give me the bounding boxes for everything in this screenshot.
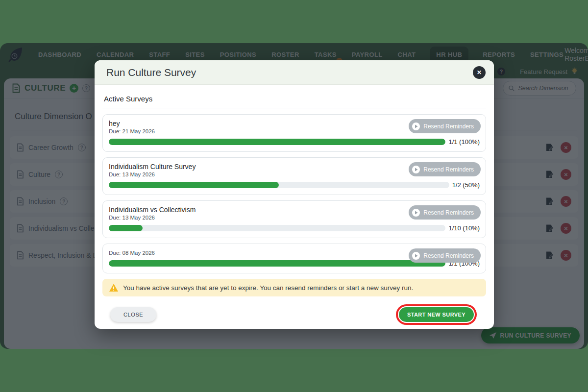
start-new-survey-button[interactable]: START NEW SURVEY [399, 307, 474, 322]
modal-body: Active Surveys hey Due: 21 May 2026 Rese… [95, 85, 494, 322]
resend-reminders-button[interactable]: Resend Reminders [409, 248, 481, 263]
progress-fill [109, 139, 445, 145]
survey-card: Due: 08 May 2026 Resend Reminders 1/1 (1… [102, 244, 486, 273]
resend-reminders-label: Resend Reminders [423, 166, 474, 173]
resend-reminders-button[interactable]: Resend Reminders [409, 119, 481, 133]
warning-icon [109, 283, 119, 292]
play-circle-icon [412, 166, 420, 173]
play-circle-icon [412, 122, 420, 130]
run-culture-survey-modal: Run Culture Survey ✕ Active Surveys hey … [95, 60, 494, 329]
progress-row: 1/1 (100%) [109, 138, 480, 146]
modal-header: Run Culture Survey ✕ [95, 60, 494, 85]
modal-close-icon[interactable]: ✕ [473, 66, 486, 79]
play-circle-icon [412, 252, 420, 260]
resend-reminders-button[interactable]: Resend Reminders [409, 205, 481, 220]
progress-row: 1/10 (10%) [109, 224, 480, 232]
resend-reminders-button[interactable]: Resend Reminders [409, 162, 481, 176]
progress-track [109, 260, 445, 267]
progress-label: 1/10 (10%) [448, 224, 480, 232]
survey-card: Individualism Culture Survey Due: 13 May… [102, 157, 486, 195]
progress-label: 1/2 (50%) [452, 181, 480, 189]
active-surveys-heading: Active Surveys [104, 95, 486, 103]
resend-reminders-label: Resend Reminders [423, 209, 474, 216]
warning-text: You have active surveys that are yet to … [123, 284, 413, 292]
resend-reminders-label: Resend Reminders [423, 123, 474, 130]
resend-reminders-label: Resend Reminders [423, 252, 474, 259]
modal-title: Run Culture Survey [106, 67, 196, 78]
progress-track [109, 182, 449, 188]
divider [102, 108, 486, 108]
warning-banner: You have active surveys that are yet to … [102, 279, 486, 296]
play-circle-icon [412, 209, 420, 217]
close-button[interactable]: CLOSE [110, 307, 156, 322]
progress-fill [109, 260, 445, 267]
progress-track [109, 139, 445, 145]
modal-footer: CLOSE START NEW SURVEY [102, 296, 486, 322]
survey-card: Individualism vs Collectivism Due: 13 Ma… [102, 200, 486, 238]
progress-row: 1/2 (50%) [109, 181, 480, 189]
progress-fill [109, 182, 279, 188]
progress-label: 1/1 (100%) [448, 138, 480, 146]
survey-card: hey Due: 21 May 2026 Resend Reminders 1/… [102, 114, 486, 152]
progress-track [109, 225, 445, 231]
progress-fill [109, 225, 143, 231]
